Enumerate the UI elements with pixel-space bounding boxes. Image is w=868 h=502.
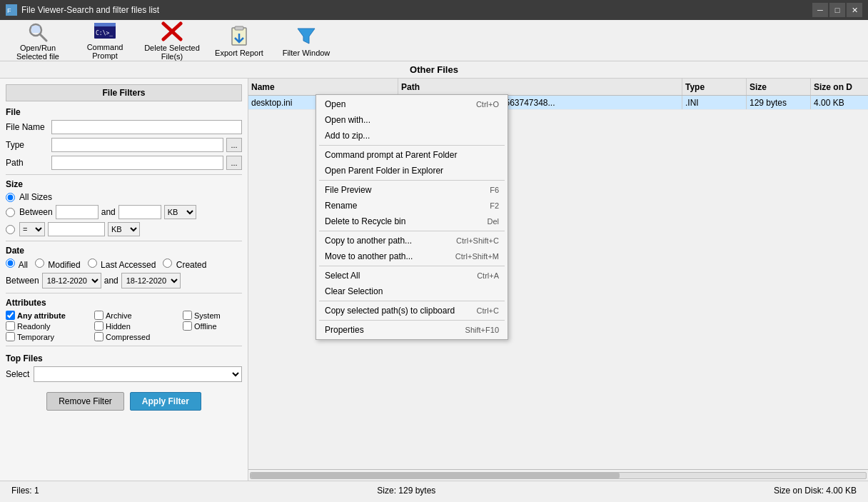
size-section: Size All Sizes Between and KBMBGB =><	[6, 179, 242, 236]
size-eq-radio[interactable]	[6, 225, 15, 234]
col-header-name: Name	[248, 79, 398, 95]
remove-filter-button[interactable]: Remove Filter	[46, 392, 124, 411]
maximize-button[interactable]: □	[829, 3, 845, 17]
window-controls: ─ □ ✕	[812, 3, 862, 17]
export-button[interactable]: Export Report	[207, 23, 271, 59]
hidden-checkbox[interactable]	[94, 321, 104, 331]
main-content: File Filters File File Name Type ... Pat…	[0, 79, 868, 481]
compressed-checkbox[interactable]	[94, 332, 104, 341]
svg-rect-6	[94, 23, 116, 26]
size-and-label: and	[101, 207, 116, 217]
date-created-label: Created	[163, 258, 206, 270]
top-files-select[interactable]: 10 20 50 100	[34, 366, 242, 382]
command-prompt-button[interactable]: C:\>_ Command Prompt	[73, 23, 137, 59]
ctx-copy-clipboard[interactable]: Copy selected path(s) to clipboard Ctrl+…	[316, 303, 508, 318]
offline-item: Offline	[183, 321, 248, 331]
offline-checkbox[interactable]	[183, 321, 192, 331]
ctx-rename[interactable]: Rename F2	[316, 198, 508, 214]
ctx-file-preview[interactable]: File Preview F6	[316, 182, 508, 198]
date-last-accessed-radio[interactable]	[88, 258, 97, 268]
size-all-row: All Sizes	[6, 192, 242, 202]
file-section-label: File	[6, 107, 242, 117]
ctx-open-with[interactable]: Open with...	[316, 112, 508, 128]
type-label: Type	[6, 140, 49, 150]
date-between-row: Between 18-12-2020 and 18-12-2020	[6, 273, 242, 288]
delete-button[interactable]: Delete Selected File(s)	[140, 23, 204, 59]
size-eq-op-select[interactable]: =><	[19, 222, 45, 236]
ctx-file-preview-label: File Preview	[325, 185, 371, 195]
type-browse-button[interactable]: ...	[226, 138, 242, 152]
ctx-add-zip[interactable]: Add to zip...	[316, 128, 508, 144]
temporary-item: Temporary	[6, 332, 91, 341]
date-modified-radio[interactable]	[35, 258, 44, 268]
context-menu: Open Ctrl+O Open with... Add to zip... C…	[316, 94, 508, 340]
attributes-label: Attributes	[6, 298, 242, 308]
temporary-checkbox[interactable]	[6, 332, 15, 341]
size-all-radio[interactable]	[6, 193, 15, 202]
size-from-input[interactable]	[56, 205, 99, 219]
attributes-grid: Any attribute Archive System Readonly Hi…	[6, 311, 242, 341]
ctx-move-path[interactable]: Move to another path... Ctrl+Shift+M	[316, 249, 508, 264]
attributes-section: Attributes Any attribute Archive System …	[6, 298, 242, 341]
export-label: Export Report	[215, 49, 263, 57]
date-from-select[interactable]: 18-12-2020	[42, 273, 101, 288]
close-button[interactable]: ✕	[847, 3, 862, 17]
any-attribute-checkbox[interactable]	[6, 311, 15, 320]
title-bar: F File Viewer-Search and filter files li…	[0, 0, 868, 20]
hscroll-thumb[interactable]	[251, 473, 620, 478]
command-prompt-label: Command Prompt	[74, 43, 136, 60]
ctx-properties-label: Properties	[325, 325, 364, 335]
ctx-copy-clipboard-shortcut: Ctrl+C	[477, 306, 499, 315]
ctx-properties[interactable]: Properties Shift+F10	[316, 322, 508, 338]
size-to-input[interactable]	[118, 205, 161, 219]
horizontal-scrollbar[interactable]	[248, 469, 868, 481]
svg-text:C:\>_: C:\>_	[96, 30, 113, 36]
file-name-input[interactable]	[51, 120, 242, 134]
system-checkbox[interactable]	[183, 311, 192, 320]
minimize-button[interactable]: ─	[812, 3, 828, 17]
delete-label: Delete Selected File(s)	[141, 44, 203, 61]
filter-window-label: Filter Window	[283, 49, 330, 57]
date-created-radio[interactable]	[163, 258, 172, 268]
ctx-select-all[interactable]: Select All Ctrl+A	[316, 268, 508, 283]
size-between-radio[interactable]	[6, 208, 15, 217]
size-eq-input[interactable]	[48, 222, 105, 236]
path-browse-button[interactable]: ...	[226, 156, 242, 170]
ctx-select-all-label: Select All	[325, 271, 360, 281]
filter-buttons: Remove Filter Apply Filter	[6, 392, 242, 411]
status-files: Files: 1	[11, 486, 39, 496]
file-name-label: File Name	[6, 122, 49, 132]
ctx-clear-selection[interactable]: Clear Selection	[316, 283, 508, 299]
path-input[interactable]	[51, 156, 223, 170]
readonly-checkbox[interactable]	[6, 321, 15, 331]
file-type-cell: .INI	[682, 96, 747, 109]
date-last-accessed-label: Last Accessed	[88, 258, 156, 270]
size-between-label: Between	[19, 207, 53, 217]
archive-checkbox[interactable]	[94, 311, 104, 320]
filter-window-button[interactable]: Filter Window	[274, 23, 338, 59]
size-unit-select[interactable]: KBMBGB	[164, 205, 196, 219]
open-run-button[interactable]: Open/Run Selected file	[6, 23, 70, 59]
ctx-sep-1	[319, 145, 505, 146]
ctx-open[interactable]: Open Ctrl+O	[316, 96, 508, 112]
type-input[interactable]	[51, 138, 223, 152]
svg-line-3	[40, 34, 46, 41]
col-header-sizeon: Size on D	[811, 79, 868, 95]
ctx-rename-label: Rename	[325, 201, 357, 211]
ctx-open-parent[interactable]: Open Parent Folder in Explorer	[316, 163, 508, 179]
apply-filter-button[interactable]: Apply Filter	[130, 392, 201, 411]
ctx-sep-5	[319, 301, 505, 301]
ctx-cmd-parent[interactable]: Command prompt at Parent Folder	[316, 147, 508, 163]
delete-icon	[161, 21, 183, 42]
size-eq-unit-select[interactable]: KBMBGB	[108, 222, 140, 236]
date-to-select[interactable]: 18-12-2020	[121, 273, 181, 288]
ctx-delete-recycle[interactable]: Delete to Recycle bin Del	[316, 214, 508, 229]
svg-text:F: F	[7, 7, 11, 14]
ctx-sep-4	[319, 266, 505, 266]
date-all-radio[interactable]	[6, 258, 15, 268]
ctx-copy-path[interactable]: Copy to another path... Ctrl+Shift+C	[316, 233, 508, 249]
open-run-label: Open/Run Selected file	[7, 44, 69, 61]
archive-item: Archive	[94, 311, 180, 320]
date-between-label: Between	[6, 276, 39, 286]
file-size-cell: 129 bytes	[747, 96, 811, 109]
